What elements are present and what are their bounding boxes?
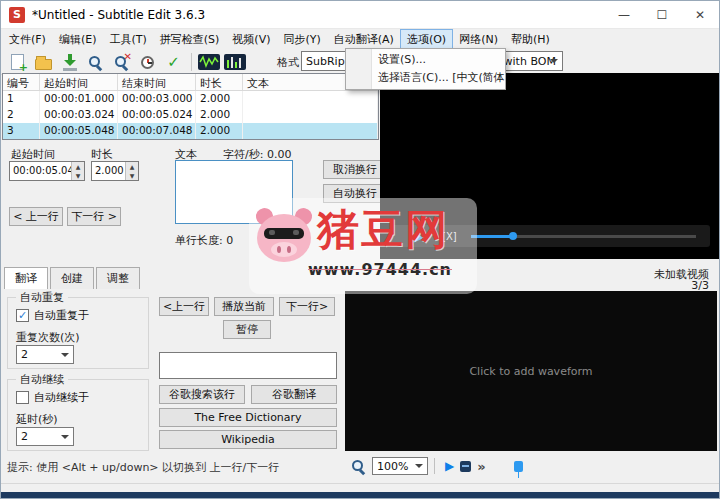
spinner-arrows[interactable]: ▲▼ (125, 162, 138, 180)
window-controls: — ☐ ✕ (605, 1, 719, 29)
subtitle-row-selected[interactable]: 3 00:00:05.048 00:00:07.048 2.000 (3, 123, 378, 139)
menu-video[interactable]: 视频(V) (226, 30, 276, 49)
open-icon[interactable] (31, 50, 56, 74)
auto-continue-checkbox-row: 自动继续于 (16, 390, 89, 405)
cell-start: 00:00:01.000 (40, 91, 118, 107)
menu-file[interactable]: 文件(F) (3, 30, 52, 49)
menu-help[interactable]: 帮助(H) (505, 30, 556, 49)
controls-separator (434, 458, 435, 474)
wikipedia-button[interactable]: Wikipedia (159, 430, 337, 449)
col-start[interactable]: 起始时间 (40, 74, 118, 90)
video-player[interactable]: ▶ [X] (380, 73, 720, 259)
menu-item-choose-language[interactable]: 选择语言(C)... [中文(简体)] (346, 69, 505, 87)
menu-sync[interactable]: 同步(Y) (277, 30, 326, 49)
video-progress-bar[interactable] (471, 235, 696, 238)
google-translate-button[interactable]: 谷歌翻译 (251, 385, 337, 404)
position-marker-icon[interactable] (514, 461, 523, 472)
waveform-settings-icon[interactable] (222, 50, 247, 74)
menu-edit[interactable]: 编辑(E) (53, 30, 103, 49)
duration-spinner[interactable]: 2.000 ▲▼ (91, 161, 139, 181)
auto-repeat-checkbox-row: ✓ 自动重复于 (16, 308, 89, 323)
repeat-count-value: 2 (21, 348, 28, 361)
cell-duration: 2.000 (196, 107, 243, 123)
maximize-button[interactable]: ☐ (643, 1, 681, 29)
auto-repeat-checkbox[interactable]: ✓ (16, 309, 29, 322)
google-search-button[interactable]: 谷歌搜索该行 (159, 385, 245, 404)
zoom-icon[interactable] (351, 459, 366, 474)
menu-tools[interactable]: 工具(T) (103, 30, 152, 49)
spell-check-icon[interactable]: ✓ (161, 50, 186, 74)
frame-step-icon[interactable] (460, 461, 471, 472)
translate-text-input[interactable] (159, 352, 337, 379)
col-end[interactable]: 结束时间 (118, 74, 196, 90)
fix-common-errors-icon[interactable] (135, 50, 160, 74)
single-line-length-label: 单行长度: 0 (175, 233, 233, 248)
cell-number: 2 (3, 107, 40, 123)
cell-duration: 2.000 (196, 91, 243, 107)
subtitle-list: 编号 起始时间 结束时间 时长 文本 1 00:00:01.000 00:00:… (2, 73, 379, 140)
menu-options[interactable]: 选项(O) (401, 30, 452, 49)
menu-network[interactable]: 网络(N) (453, 30, 504, 49)
video-overlay-close[interactable]: [X] (442, 231, 457, 242)
video-progress-knob[interactable] (509, 232, 517, 240)
delay-value: 2 (21, 430, 28, 443)
translate-next-line-button[interactable]: 下一行> (279, 297, 335, 316)
video-controls-bar: ▶ [X] (390, 225, 710, 247)
subtitle-row[interactable]: 2 00:00:03.024 00:00:05.024 2.000 (3, 107, 378, 123)
tab-create[interactable]: 创建 (50, 267, 94, 289)
start-time-label: 起始时间 (11, 147, 55, 162)
waveform-area[interactable]: Click to add waveform (345, 291, 717, 451)
new-icon[interactable]: + (5, 50, 30, 74)
cell-start: 00:00:05.048 (40, 123, 118, 139)
cell-duration: 2.000 (196, 123, 243, 139)
app-icon: S (9, 7, 25, 23)
menu-auto-translate[interactable]: 自动翻译(A) (328, 30, 400, 49)
toolbar-separator (191, 53, 192, 71)
spinner-arrows[interactable]: ▲▼ (71, 162, 84, 180)
prev-line-button[interactable]: < 上一行 (9, 207, 63, 226)
repeat-count-label: 重复次数(次) (16, 330, 80, 345)
visual-sync-icon[interactable] (196, 50, 221, 74)
close-button[interactable]: ✕ (681, 1, 719, 29)
fast-forward-icon[interactable]: » (477, 459, 485, 474)
zoom-dropdown[interactable]: 100% (372, 457, 428, 475)
horizontal-splitter[interactable] (1, 259, 719, 265)
delay-label: 延时(秒) (16, 412, 58, 427)
pause-button[interactable]: 暂停 (223, 320, 271, 339)
auto-continue-group-label: 自动继续 (16, 372, 68, 387)
next-line-button[interactable]: 下一行 > (67, 207, 121, 226)
wave-play-icon[interactable]: ▶ (445, 459, 454, 473)
unbreak-button[interactable]: 取消换行 (323, 160, 387, 179)
hint-label: 提示: 使用 <Alt + up/down> 以切换到 上一行/下一行 (7, 460, 279, 475)
find-icon[interactable] (83, 50, 108, 74)
cell-end: 00:00:05.024 (118, 107, 196, 123)
play-current-button[interactable]: 播放当前 (214, 297, 274, 316)
minimize-button[interactable]: — (605, 1, 643, 29)
video-play-icon[interactable]: ▶ (414, 229, 424, 244)
col-number[interactable]: 编号 (3, 74, 40, 90)
col-duration[interactable]: 时长 (196, 74, 243, 90)
save-icon[interactable] (57, 50, 82, 74)
translate-prev-line-button[interactable]: <上一行 (159, 297, 209, 316)
menu-spellcheck[interactable]: 拼写检查(S) (154, 30, 226, 49)
subtitle-text-input[interactable] (175, 160, 293, 224)
video-progress-fill (471, 235, 511, 238)
status-bar (1, 483, 719, 492)
delay-dropdown[interactable]: 2 (16, 427, 74, 446)
subtitle-list-header: 编号 起始时间 结束时间 时长 文本 (3, 74, 378, 91)
auto-repeat-group-label: 自动重复 (16, 290, 68, 305)
auto-continue-checkbox[interactable] (16, 391, 29, 404)
auto-repeat-checkbox-label: 自动重复于 (34, 308, 89, 323)
zoom-value: 100% (377, 460, 408, 473)
cell-text (243, 123, 378, 139)
repeat-count-dropdown[interactable]: 2 (16, 345, 74, 364)
replace-icon[interactable]: ✕ (109, 50, 134, 74)
tab-adjust[interactable]: 调整 (96, 267, 140, 289)
start-time-spinner[interactable]: 00:00:05.048 ▲▼ (9, 161, 85, 181)
cell-end: 00:00:03.000 (118, 91, 196, 107)
free-dictionary-button[interactable]: The Free Dictionary (159, 408, 337, 427)
subtitle-row[interactable]: 1 00:00:01.000 00:00:03.000 2.000 (3, 91, 378, 107)
tab-translate[interactable]: 翻译 (4, 267, 48, 289)
menu-item-settings[interactable]: 设置(S)... (346, 51, 505, 69)
auto-break-button[interactable]: 自动换行 (323, 184, 387, 203)
